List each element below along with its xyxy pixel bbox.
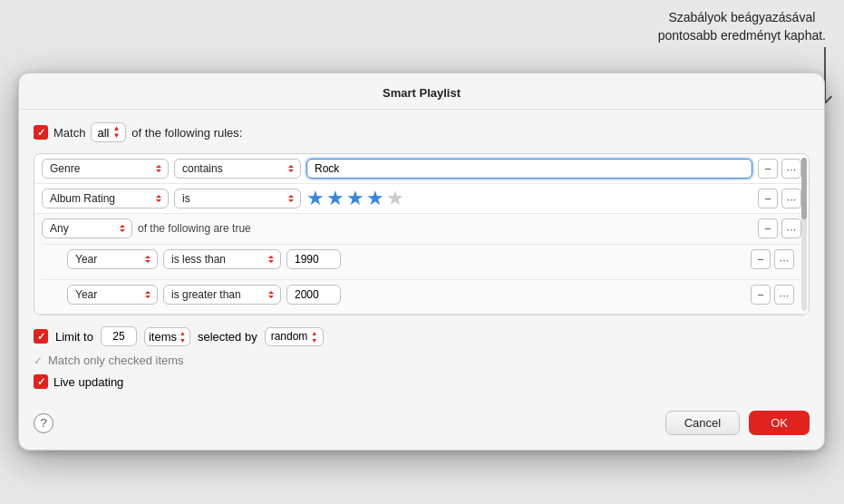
limit-value-input[interactable] — [101, 326, 137, 346]
match-only-row: ✓ Match only checked items — [34, 354, 810, 367]
limit-row: Limit to items ▲ ▼ selected by random ▲ … — [34, 326, 810, 346]
rule2-minus-button[interactable]: − — [758, 189, 778, 208]
star-5: ★ — [386, 189, 404, 208]
star-2: ★ — [326, 189, 344, 208]
match-row: Match all ▲ ▼ of the following rules: — [34, 122, 810, 142]
rule3-minus-button[interactable]: − — [758, 218, 778, 238]
star-4: ★ — [366, 189, 384, 208]
scrollbar[interactable] — [801, 158, 807, 311]
match-all-select[interactable]: all ▲ ▼ — [91, 122, 126, 142]
ok-button[interactable]: OK — [749, 411, 810, 435]
rule1-minus-button[interactable]: − — [758, 159, 778, 179]
dialog-content: Match all ▲ ▼ of the following rules: Ge… — [19, 122, 824, 389]
dialog-title: Smart Playlist — [19, 73, 824, 110]
cancel-button[interactable]: Cancel — [665, 411, 740, 435]
album-rating-field-select[interactable]: Album Rating — [42, 189, 169, 208]
rule3-actions: − ··· — [758, 218, 801, 238]
album-rating-condition-select[interactable]: is — [174, 189, 301, 208]
star-1: ★ — [306, 189, 325, 208]
year-field-select-1[interactable]: Year — [67, 249, 158, 269]
tooltip-line2: pontosabb eredményt kaphat. — [658, 27, 826, 45]
nested-rule1-minus-button[interactable]: − — [751, 249, 771, 269]
tooltip: Szabályok beágyazásával pontosabb eredmé… — [658, 9, 826, 44]
items-stepper[interactable]: items ▲ ▼ — [144, 327, 190, 346]
rule1-more-button[interactable]: ··· — [781, 159, 801, 179]
match-only-label: Match only checked items — [48, 354, 184, 367]
rule3-more-button[interactable]: ··· — [781, 218, 801, 238]
rule-row-1: Genre contains − ··· — [34, 154, 809, 184]
nested-rule1-actions: − ··· — [751, 249, 794, 269]
nested-rule1-more-button[interactable]: ··· — [774, 249, 794, 269]
rule-row-2: Album Rating is ★ ★ ★ ★ ★ − ··· — [34, 184, 809, 214]
nested-rule2-more-button[interactable]: ··· — [774, 285, 794, 305]
match-suffix: of the following rules: — [131, 126, 242, 140]
random-value: random — [271, 330, 308, 343]
live-updating-row: Live updating — [34, 374, 810, 389]
year-value-input-1[interactable] — [286, 249, 341, 269]
scrollbar-thumb — [801, 158, 807, 219]
items-label: items — [149, 330, 177, 344]
genre-condition-select[interactable]: contains — [174, 159, 301, 179]
year-condition-select-2[interactable]: is greater than — [163, 285, 281, 305]
match-label: Match — [53, 126, 85, 140]
rules-area: Genre contains − ··· Album Rating — [34, 153, 810, 315]
tooltip-line1: Szabályok beágyazásával — [658, 9, 826, 27]
rule2-more-button[interactable]: ··· — [781, 189, 801, 208]
year-field-select-2[interactable]: Year — [67, 285, 158, 305]
nested-rule-1: Year is less than − ··· — [42, 244, 801, 274]
rule1-actions: − ··· — [758, 159, 801, 179]
rule-row-3: Any of the following are true − ··· Year… — [34, 214, 809, 315]
random-select[interactable]: random ▲ ▼ — [265, 327, 325, 346]
match-checkbox[interactable] — [34, 125, 48, 140]
selected-by-label: selected by — [198, 330, 257, 344]
any-field-select[interactable]: Any — [42, 218, 132, 238]
star-3: ★ — [346, 189, 364, 208]
nested-rule-2: Year is greater than − ··· — [42, 279, 801, 309]
genre-value-input[interactable] — [306, 159, 752, 179]
live-updating-label: Live updating — [53, 375, 123, 389]
year-value-input-2[interactable] — [286, 285, 341, 305]
smart-playlist-dialog: Smart Playlist Match all ▲ ▼ of the foll… — [18, 73, 825, 451]
help-button[interactable]: ? — [34, 413, 53, 433]
footer-buttons: Cancel OK — [665, 411, 810, 435]
star-rating[interactable]: ★ ★ ★ ★ ★ — [306, 189, 404, 208]
match-value: all — [97, 126, 109, 140]
following-text: of the following are true — [138, 222, 251, 235]
limit-label: Limit to — [55, 330, 93, 344]
limit-checkbox[interactable] — [34, 329, 48, 344]
rule2-actions: − ··· — [758, 189, 801, 208]
nested-rule2-minus-button[interactable]: − — [751, 285, 771, 305]
dialog-footer: ? Cancel OK — [19, 402, 824, 435]
live-updating-checkbox[interactable] — [34, 374, 48, 389]
match-arrows: ▲ ▼ — [112, 125, 120, 140]
year-condition-select-1[interactable]: is less than — [163, 249, 281, 269]
match-only-check-icon: ✓ — [34, 354, 43, 367]
nested-rule2-actions: − ··· — [751, 285, 794, 305]
genre-field-select[interactable]: Genre — [42, 159, 169, 179]
